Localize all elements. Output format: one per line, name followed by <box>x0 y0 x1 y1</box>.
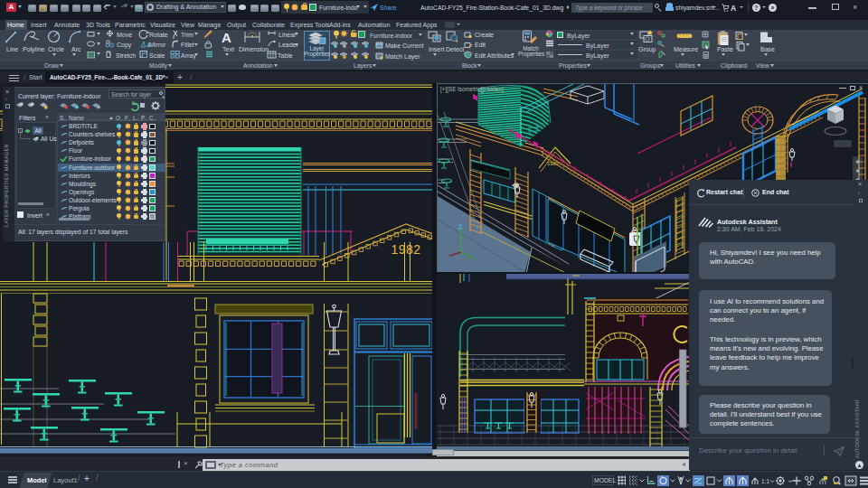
svg-text:A: A <box>222 30 231 45</box>
svg-text:1982: 1982 <box>391 242 420 257</box>
svg-text:1:1: 1:1 <box>761 478 769 484</box>
